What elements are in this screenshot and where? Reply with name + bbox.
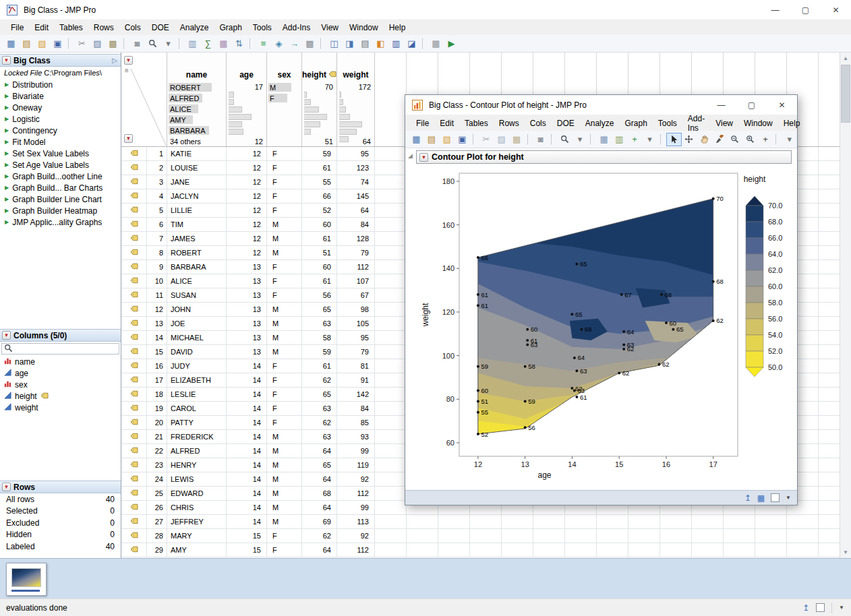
cell-name[interactable]: LESLIE <box>167 388 227 401</box>
distribution-icon[interactable]: ◫ <box>326 37 342 51</box>
child-maximize-button[interactable]: ▢ <box>736 95 767 115</box>
cell-height[interactable]: 64 <box>302 501 337 514</box>
column-switcher-icon[interactable]: ◪ <box>404 37 419 51</box>
cell-sex[interactable]: M <box>267 345 302 359</box>
cell-sex[interactable]: F <box>267 147 302 160</box>
hand-tool-icon[interactable] <box>697 133 712 146</box>
row-state-cell[interactable] <box>121 218 147 231</box>
cell-weight[interactable]: 95 <box>337 147 375 160</box>
cell-sex[interactable]: F <box>267 161 302 175</box>
menu-edit[interactable]: Edit <box>29 20 54 35</box>
row-number[interactable]: 22 <box>147 444 167 458</box>
row-state-cell[interactable] <box>121 416 147 429</box>
cell-age[interactable]: 15 <box>227 543 267 557</box>
row-number[interactable]: 14 <box>147 331 167 344</box>
row-state-cell[interactable] <box>121 232 147 245</box>
table-panel-menu-button[interactable]: ▼ <box>2 56 11 65</box>
row-number[interactable]: 17 <box>147 373 167 387</box>
cell-height[interactable]: 65 <box>302 303 337 316</box>
cell-name[interactable]: JUDY <box>167 359 227 373</box>
search-caret-icon[interactable]: ▾ <box>573 133 588 146</box>
cell-weight[interactable]: 128 <box>337 232 375 245</box>
cell-sex[interactable]: M <box>267 458 302 472</box>
row-state-cell[interactable] <box>121 147 147 160</box>
cell-name[interactable]: TIM <box>167 218 227 231</box>
cell-age[interactable]: 12 <box>227 218 267 231</box>
row-number[interactable]: 16 <box>147 359 167 373</box>
cell-height[interactable]: 63 <box>302 317 337 330</box>
cell-age[interactable]: 13 <box>227 331 267 344</box>
cell-weight[interactable]: 92 <box>337 529 375 543</box>
row-number[interactable]: 5 <box>147 204 167 217</box>
row-state-cell[interactable] <box>121 260 147 274</box>
cell-height[interactable]: 62 <box>302 529 337 543</box>
cell-age[interactable]: 14 <box>227 359 267 373</box>
rows-stat-hidden[interactable]: Hidden0 <box>0 529 121 541</box>
home-icon[interactable]: ↥ <box>802 603 809 613</box>
cell-height[interactable]: 61 <box>302 232 337 245</box>
row-number[interactable]: 21 <box>147 430 167 443</box>
cell-height[interactable]: 62 <box>302 373 337 387</box>
cell-name[interactable]: MICHAEL <box>167 331 227 344</box>
cell-height[interactable]: 68 <box>302 487 337 500</box>
report-thumbnail[interactable] <box>6 563 47 596</box>
cell-name[interactable]: JAMES <box>167 232 227 245</box>
row-number[interactable]: 20 <box>147 416 167 429</box>
cell-name[interactable]: ALICE <box>167 274 227 288</box>
grabber-tool-icon[interactable] <box>682 133 697 146</box>
menu-tables[interactable]: Tables <box>459 115 494 131</box>
row-number[interactable]: 27 <box>147 515 167 528</box>
row-state-cell[interactable] <box>121 161 147 175</box>
cell-sex[interactable]: F <box>267 388 302 401</box>
open-icon[interactable]: ▧ <box>34 37 50 51</box>
cell-weight[interactable]: 99 <box>337 501 375 514</box>
row-number[interactable]: 24 <box>147 472 167 486</box>
row-state-cell[interactable] <box>121 458 147 472</box>
row-number[interactable]: 26 <box>147 501 167 514</box>
main-titlebar[interactable]: Big Class - JMP Pro — ▢ ✕ <box>0 0 851 20</box>
cell-height[interactable]: 55 <box>302 175 337 189</box>
cell-name[interactable]: JEFFREY <box>167 515 227 528</box>
markers-icon[interactable]: ◈ <box>271 37 287 51</box>
cell-age[interactable]: 12 <box>227 189 267 203</box>
menu-tables[interactable]: Tables <box>54 20 88 35</box>
cell-sex[interactable]: M <box>267 501 302 514</box>
row-number[interactable]: 23 <box>147 458 167 472</box>
row-number[interactable]: 12 <box>147 303 167 316</box>
row-state-cell[interactable] <box>121 444 147 458</box>
new-data-table-icon[interactable]: ▦ <box>409 133 424 146</box>
vertical-scrollbar[interactable]: ▲ ▼ <box>840 53 851 558</box>
script-item-bivariate[interactable]: ▶Bivariate <box>0 90 121 102</box>
row-number[interactable]: 11 <box>147 288 167 302</box>
cell-name[interactable]: HENRY <box>167 458 227 472</box>
cell-sex[interactable]: F <box>267 543 302 557</box>
cell-height[interactable]: 59 <box>302 147 337 160</box>
script-item-set-age-value-labels[interactable]: ▶Set Age Value Labels <box>0 159 121 171</box>
cell-age[interactable]: 13 <box>227 288 267 302</box>
row-number[interactable]: 3 <box>147 175 167 189</box>
cell-name[interactable]: CHRIS <box>167 501 227 514</box>
cell-sex[interactable]: M <box>267 246 302 259</box>
cell-height[interactable]: 65 <box>302 388 337 401</box>
cell-weight[interactable]: 112 <box>337 260 375 274</box>
subset-icon[interactable]: ▦ <box>216 37 231 51</box>
script-item-set-sex-value-labels[interactable]: ▶Set Sex Value Labels <box>0 148 121 159</box>
script-item-distribution[interactable]: ▶Distribution <box>0 79 121 90</box>
cell-sex[interactable]: M <box>267 472 302 486</box>
row-state-cell[interactable] <box>121 288 147 302</box>
cell-age[interactable]: 12 <box>227 147 267 160</box>
table-menu-button[interactable]: ▼ <box>124 56 133 65</box>
new-journal-icon[interactable]: ▤ <box>424 133 440 146</box>
cell-age[interactable]: 14 <box>227 416 267 429</box>
row-number[interactable]: 6 <box>147 218 167 231</box>
cell-height[interactable]: 66 <box>302 189 337 203</box>
status-dropdown-icon[interactable]: ▼ <box>839 605 844 611</box>
cell-sex[interactable]: M <box>267 232 302 245</box>
menu-cols[interactable]: Cols <box>119 20 146 35</box>
more-tools-icon[interactable]: ▾ <box>782 133 797 146</box>
menu-add-ins[interactable]: Add-Ins <box>277 20 316 35</box>
cell-weight[interactable]: 99 <box>337 444 375 458</box>
cell-name[interactable]: LEWIS <box>167 472 227 486</box>
script-item-graph-builder-heatmap[interactable]: ▶Graph Builder Heatmap <box>0 205 121 216</box>
scroll-up-button[interactable]: ▲ <box>840 53 851 64</box>
